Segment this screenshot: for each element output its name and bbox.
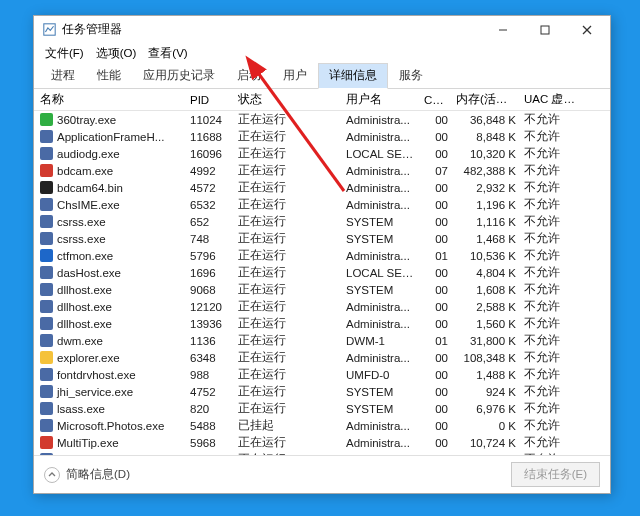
table-row[interactable]: explorer.exe6348正在运行Administra...00108,3…	[34, 349, 610, 366]
process-memory: 10,536 K	[454, 250, 522, 262]
table-row[interactable]: dwm.exe1136正在运行DWM-10131,800 K不允许	[34, 332, 610, 349]
table-row[interactable]: dasHost.exe1696正在运行LOCAL SER...004,804 K…	[34, 264, 610, 281]
process-icon	[40, 113, 53, 126]
process-memory: 31,800 K	[454, 335, 522, 347]
column-user[interactable]: 用户名	[344, 92, 422, 107]
table-row[interactable]: ChsIME.exe6532正在运行Administra...001,196 K…	[34, 196, 610, 213]
table-row[interactable]: jhi_service.exe4752正在运行SYSTEM00924 K不允许	[34, 383, 610, 400]
tab-processes[interactable]: 进程	[40, 63, 86, 89]
process-cpu: 00	[422, 437, 454, 449]
column-pid[interactable]: PID	[188, 94, 236, 106]
menubar: 文件(F) 选项(O) 查看(V)	[34, 43, 610, 63]
process-icon	[40, 147, 53, 160]
process-memory: 1,116 K	[454, 216, 522, 228]
process-status: 正在运行	[236, 163, 344, 178]
task-manager-window: 任务管理器 文件(F) 选项(O) 查看(V) 进程 性能 应用历史记录 启动 …	[33, 15, 611, 494]
process-cpu: 00	[422, 199, 454, 211]
process-status: 正在运行	[236, 197, 344, 212]
column-cpu[interactable]: CPU	[422, 94, 454, 106]
process-uac: 不允许	[522, 384, 582, 399]
app-icon	[42, 23, 56, 37]
process-cpu: 00	[422, 182, 454, 194]
process-status: 正在运行	[236, 384, 344, 399]
maximize-button[interactable]	[524, 16, 566, 43]
process-memory: 1,468 K	[454, 233, 522, 245]
process-pid: 1696	[188, 267, 236, 279]
process-icon	[40, 181, 53, 194]
process-pid: 988	[188, 369, 236, 381]
column-uac[interactable]: UAC 虚拟化	[522, 92, 582, 107]
process-uac: 不允许	[522, 333, 582, 348]
process-icon	[40, 419, 53, 432]
process-uac: 不允许	[522, 418, 582, 433]
process-uac: 不允许	[522, 112, 582, 127]
menu-file[interactable]: 文件(F)	[40, 45, 89, 62]
process-cpu: 00	[422, 233, 454, 245]
table-row[interactable]: csrss.exe748正在运行SYSTEM001,468 K不允许	[34, 230, 610, 247]
process-icon	[40, 232, 53, 245]
process-memory: 10,320 K	[454, 148, 522, 160]
table-row[interactable]: audiodg.exe16096正在运行LOCAL SER...0010,320…	[34, 145, 610, 162]
process-name: ctfmon.exe	[57, 250, 113, 262]
column-headers: 名称 PID 状态 用户名 CPU 内存(活动的... UAC 虚拟化	[34, 89, 610, 111]
process-user: SYSTEM	[344, 403, 422, 415]
table-row[interactable]: fontdrvhost.exe988正在运行UMFD-0001,488 K不允许	[34, 366, 610, 383]
process-status: 正在运行	[236, 401, 344, 416]
tab-app-history[interactable]: 应用历史记录	[132, 63, 226, 89]
process-pid: 13936	[188, 318, 236, 330]
table-row[interactable]: dllhost.exe12120正在运行Administra...002,588…	[34, 298, 610, 315]
process-user: Administra...	[344, 437, 422, 449]
table-row[interactable]: dllhost.exe13936正在运行Administra...001,560…	[34, 315, 610, 332]
fewer-details-label: 简略信息(D)	[66, 467, 130, 482]
table-row[interactable]: 360tray.exe11024正在运行Administra...0036,84…	[34, 111, 610, 128]
column-name[interactable]: 名称	[38, 92, 188, 107]
titlebar[interactable]: 任务管理器	[34, 16, 610, 43]
tab-performance[interactable]: 性能	[86, 63, 132, 89]
close-button[interactable]	[566, 16, 608, 43]
process-name: jhi_service.exe	[57, 386, 133, 398]
process-cpu: 00	[422, 403, 454, 415]
menu-view[interactable]: 查看(V)	[143, 45, 192, 62]
process-cpu: 01	[422, 250, 454, 262]
table-row[interactable]: Microsoft.Photos.exe5488已挂起Administra...…	[34, 417, 610, 434]
process-memory: 36,848 K	[454, 114, 522, 126]
process-user: LOCAL SER...	[344, 148, 422, 160]
process-icon	[40, 317, 53, 330]
process-status: 正在运行	[236, 129, 344, 144]
process-name: dasHost.exe	[57, 267, 121, 279]
tab-details[interactable]: 详细信息	[318, 63, 388, 89]
process-icon	[40, 164, 53, 177]
end-task-button[interactable]: 结束任务(E)	[511, 462, 600, 487]
process-list[interactable]: 360tray.exe11024正在运行Administra...0036,84…	[34, 111, 610, 455]
process-user: Administra...	[344, 182, 422, 194]
process-status: 正在运行	[236, 333, 344, 348]
process-uac: 不允许	[522, 265, 582, 280]
process-memory: 1,608 K	[454, 284, 522, 296]
minimize-button[interactable]	[482, 16, 524, 43]
fewer-details[interactable]: 简略信息(D)	[44, 467, 130, 483]
process-memory: 2,588 K	[454, 301, 522, 313]
process-uac: 不允许	[522, 367, 582, 382]
table-row[interactable]: ApplicationFrameH...11688正在运行Administra.…	[34, 128, 610, 145]
table-row[interactable]: csrss.exe652正在运行SYSTEM001,116 K不允许	[34, 213, 610, 230]
column-mem[interactable]: 内存(活动的...	[454, 92, 522, 107]
column-status[interactable]: 状态	[236, 92, 344, 107]
tab-startup[interactable]: 启动	[226, 63, 272, 89]
table-row[interactable]: bdcam64.bin4572正在运行Administra...002,932 …	[34, 179, 610, 196]
process-memory: 1,560 K	[454, 318, 522, 330]
table-row[interactable]: bdcam.exe4992正在运行Administra...07482,388 …	[34, 162, 610, 179]
process-pid: 16096	[188, 148, 236, 160]
process-icon	[40, 334, 53, 347]
table-row[interactable]: dllhost.exe9068正在运行SYSTEM001,608 K不允许	[34, 281, 610, 298]
table-row[interactable]: ctfmon.exe5796正在运行Administra...0110,536 …	[34, 247, 610, 264]
process-memory: 0 K	[454, 420, 522, 432]
process-icon	[40, 300, 53, 313]
table-row[interactable]: lsass.exe820正在运行SYSTEM006,976 K不允许	[34, 400, 610, 417]
process-status: 正在运行	[236, 180, 344, 195]
menu-options[interactable]: 选项(O)	[91, 45, 142, 62]
process-user: DWM-1	[344, 335, 422, 347]
table-row[interactable]: MultiTip.exe5968正在运行Administra...0010,72…	[34, 434, 610, 451]
tab-users[interactable]: 用户	[272, 63, 318, 89]
tab-services[interactable]: 服务	[388, 63, 434, 89]
process-name: bdcam.exe	[57, 165, 113, 177]
